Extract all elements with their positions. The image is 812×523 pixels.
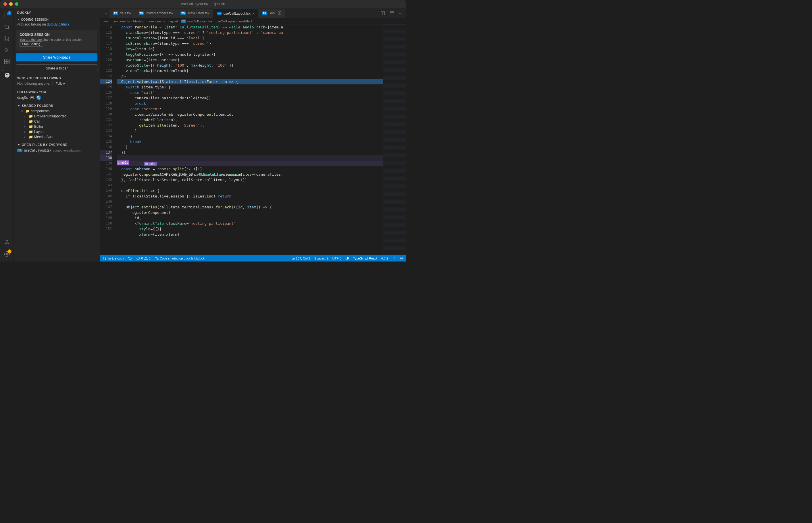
tab-label: TrayButton.tsx — [187, 11, 209, 15]
share-workspace-button[interactable]: Share Workspace — [16, 53, 98, 61]
folder-components[interactable]: ▼ 📁 components — [17, 108, 96, 114]
status-encoding[interactable]: UTF-8 — [332, 257, 341, 260]
code-line-drag0s: drag0s — [117, 155, 383, 161]
code-line: } — [117, 133, 383, 139]
sidebar-item-search[interactable] — [2, 22, 12, 32]
chevron-down-icon: ▼ — [17, 104, 20, 107]
folder-icon: 📁 — [29, 135, 33, 139]
svg-point-13 — [6, 240, 8, 242]
status-errors[interactable]: 0 0 — [137, 257, 150, 260]
folder-meetingapp[interactable]: › 📁 MeetingApp — [17, 134, 96, 140]
status-branch[interactable]: tm-ide-copy — [103, 257, 124, 260]
sidebar-item-run[interactable] — [2, 45, 12, 55]
folder-icon: 📁 — [25, 109, 30, 113]
tab-sho[interactable]: TS Sho — [258, 8, 285, 18]
sharing-box-title: CODING SESSION — [19, 33, 94, 37]
split-editor-button[interactable] — [378, 8, 387, 18]
sidebar-item-files[interactable]: 3 — [2, 10, 12, 21]
status-cursor[interactable]: Ln 137, Col 1 — [291, 257, 310, 260]
phone-icon — [155, 257, 159, 260]
layout-button[interactable] — [387, 8, 397, 18]
follower-avatar-2: 🌏 — [36, 95, 41, 100]
code-line: cameraTiles.push(renderTile(item)) — [117, 95, 383, 101]
warning-icon — [144, 257, 148, 260]
coding-session-header[interactable]: ▼ CODING SESSION — [14, 16, 100, 22]
code-line: case 'screen': — [117, 106, 383, 112]
tabs-bar: ··· TS dals.tsx TS InviteMembers.tsx TS … — [100, 8, 406, 18]
window-title: useCallLayout.tsx — gitduck — [181, 2, 225, 6]
status-language[interactable]: TypeScript React — [353, 257, 377, 260]
svg-point-0 — [5, 25, 8, 29]
status-spaces[interactable]: Spaces: 2 — [314, 257, 328, 260]
tab-usecalllayout[interactable]: TS useCallLayout.tsx × — [213, 8, 258, 18]
folder-editor[interactable]: › 📁 Editor — [17, 124, 96, 129]
editor-area: ··· TS dals.tsx TS InviteMembers.tsx TS … — [100, 8, 406, 262]
files-badge: 3 — [7, 11, 12, 15]
shared-folders-header[interactable]: ▼ SHARED FOLDERS — [17, 104, 96, 107]
code-line: item.isVisible && registerComponent(item… — [117, 112, 383, 117]
sidebar-item-account[interactable] — [2, 237, 12, 248]
code-line: isLocalPerson={item.id === 'local'} — [117, 35, 383, 41]
sidebar-item-duckly[interactable] — [2, 70, 12, 80]
tab-invitemembers[interactable]: TS InviteMembers.tsx — [135, 8, 177, 18]
share-folder-button[interactable]: Share a folder — [16, 64, 98, 72]
app-title: DUCKLY — [14, 8, 100, 16]
code-line: username={item.username} — [117, 57, 383, 62]
tab-dals[interactable]: TS dals.tsx — [109, 8, 135, 18]
window-controls[interactable] — [3, 2, 18, 6]
app-container: 3 — [0, 8, 406, 262]
code-line: }, [callState.liveSession, callState.cal… — [117, 177, 383, 183]
status-code-sharing[interactable]: Code sharing on duck.ly/gitduck — [155, 257, 205, 260]
stop-sharing-button[interactable]: Stop Sharing — [19, 41, 43, 47]
sidebar-item-extensions[interactable] — [2, 56, 12, 67]
branch-icon — [103, 257, 106, 260]
minimize-button[interactable] — [9, 2, 13, 6]
titlebar: useCallLayout.tsx — gitduck — [0, 0, 406, 8]
split-editor-icon — [278, 11, 281, 15]
more-actions-button[interactable]: ··· — [397, 8, 405, 18]
folder-layout[interactable]: › 📁 Layout — [17, 129, 96, 134]
code-line: Object.values(callState.callItems).forEa… — [117, 79, 383, 84]
folder-icon: 📁 — [29, 114, 33, 118]
svg-point-10 — [5, 73, 10, 78]
code-line: togglePosition={() => console.log(item)} — [117, 52, 383, 57]
svg-rect-15 — [278, 12, 279, 15]
code-line: videoStyle={{ height: '100', maxHeight: … — [117, 62, 383, 68]
status-notifications[interactable] — [392, 257, 396, 260]
broadcast-icon — [400, 257, 403, 260]
close-button[interactable] — [3, 2, 7, 6]
follower-name: drag0s — [17, 95, 28, 100]
open-files-header[interactable]: ▼ OPEN FILES BY EVERYONE — [17, 143, 96, 146]
status-eol[interactable]: LF — [345, 257, 349, 260]
svg-marker-5 — [5, 48, 8, 52]
maximize-button[interactable] — [15, 2, 18, 6]
tab-close-button[interactable]: × — [252, 12, 255, 16]
who-following-desc: Not following anyone. Follow — [17, 81, 96, 86]
folder-browser-unsupported[interactable]: › 📁 BrowserUnsupported — [17, 114, 96, 119]
session-user: @thiago talking on duck.ly/gitduck — [14, 22, 100, 29]
sidebar-item-settings[interactable]: 1 — [2, 249, 12, 259]
code-line: const renderTile = (item: CallStateCallI… — [117, 24, 383, 30]
branch-name: tm-ide-copy — [107, 257, 124, 260]
chevron-down-icon: ▼ — [17, 18, 20, 21]
code-line: id, — [117, 215, 383, 221]
follow-button[interactable]: Follow — [53, 81, 68, 86]
minimap — [383, 24, 406, 255]
status-version[interactable]: 4.3.2 — [381, 257, 388, 260]
code-line: xterm={item.xterm} — [117, 232, 383, 237]
who-following-section: WHO YOU'RE FOLLOWING Not following anyon… — [14, 73, 100, 87]
sidebar-item-source-control[interactable] — [2, 33, 12, 43]
svg-point-14 — [6, 253, 7, 255]
chevron-right-icon: › — [24, 136, 28, 139]
ts-badge: TS — [217, 12, 222, 15]
session-link[interactable]: duck.ly/gitduck — [47, 22, 70, 26]
folder-call[interactable]: › 📁 Call — [17, 119, 96, 124]
tab-traybutton[interactable]: TS TrayButton.tsx — [177, 8, 213, 18]
status-bar: tm-ide-copy 0 0 Co — [100, 255, 406, 262]
sidebar: DUCKLY ▼ CODING SESSION @thiago talking … — [14, 8, 100, 262]
open-file-item[interactable]: TS useCallLayout.tsx components/Layout — [17, 147, 96, 153]
status-broadcast[interactable] — [400, 257, 403, 260]
code-line — [117, 199, 383, 204]
tabs-more-button[interactable]: ··· — [101, 8, 109, 18]
status-sync[interactable] — [128, 257, 132, 260]
